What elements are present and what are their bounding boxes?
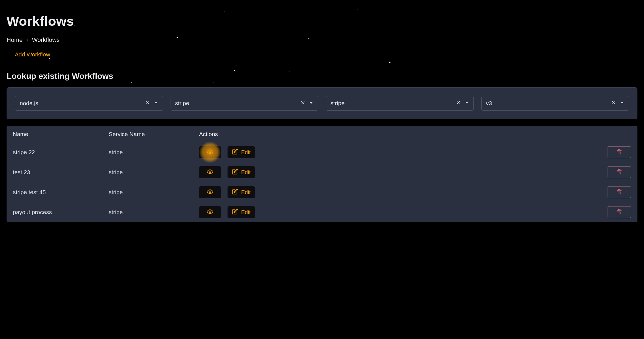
filter-value: stripe bbox=[175, 100, 189, 107]
section-title: Lookup existing Workflows bbox=[7, 71, 637, 81]
eye-icon bbox=[207, 208, 213, 216]
filter-combo-1[interactable]: stripe bbox=[171, 96, 318, 111]
star-decoration bbox=[296, 3, 296, 4]
cell-name: stripe 22 bbox=[13, 149, 109, 156]
clear-icon[interactable] bbox=[456, 100, 461, 107]
add-workflow-label: Add Workflow bbox=[15, 51, 50, 58]
column-header-actions: Actions bbox=[199, 131, 571, 137]
table-row: test 23 stripe Edit bbox=[7, 162, 637, 182]
filter-combo-0[interactable]: node.js bbox=[15, 96, 163, 111]
table-row: payout process stripe Edit bbox=[7, 202, 637, 222]
chevron-down-icon[interactable] bbox=[154, 100, 158, 107]
edit-label: Edit bbox=[241, 189, 251, 196]
cell-service: stripe bbox=[109, 209, 199, 216]
breadcrumb-home[interactable]: Home bbox=[7, 36, 23, 44]
edit-button[interactable]: Edit bbox=[228, 166, 255, 178]
cell-service: stripe bbox=[109, 189, 199, 196]
delete-button[interactable] bbox=[608, 206, 631, 218]
edit-button[interactable]: Edit bbox=[228, 146, 255, 158]
delete-button[interactable] bbox=[608, 166, 631, 178]
breadcrumb-separator-icon bbox=[27, 39, 28, 41]
trash-icon bbox=[617, 149, 622, 156]
star-decoration bbox=[357, 10, 358, 10]
edit-button[interactable]: Edit bbox=[228, 206, 255, 218]
view-button[interactable] bbox=[199, 146, 221, 158]
edit-icon bbox=[232, 209, 238, 216]
trash-icon bbox=[617, 209, 622, 216]
edit-icon bbox=[232, 189, 238, 196]
svg-point-12 bbox=[209, 191, 211, 193]
page-title: Workflows bbox=[7, 14, 637, 29]
plus-icon bbox=[7, 51, 12, 58]
table-row: stripe 22 stripe Edit bbox=[7, 142, 637, 162]
cell-name: payout process bbox=[13, 209, 109, 216]
filter-combo-2[interactable]: stripe bbox=[326, 96, 474, 111]
delete-button[interactable] bbox=[608, 146, 631, 158]
clear-icon[interactable] bbox=[145, 100, 150, 107]
edit-label: Edit bbox=[241, 149, 251, 156]
eye-icon bbox=[207, 168, 213, 176]
svg-point-10 bbox=[209, 151, 211, 153]
eye-icon bbox=[207, 148, 213, 156]
cell-service: stripe bbox=[109, 169, 199, 176]
table-header-row: Name Service Name Actions bbox=[7, 126, 637, 142]
table-row: stripe test 45 stripe Edit bbox=[7, 182, 637, 202]
edit-button[interactable]: Edit bbox=[228, 186, 255, 198]
filter-combo-3[interactable]: v3 bbox=[481, 96, 629, 111]
edit-label: Edit bbox=[241, 209, 251, 216]
edit-label: Edit bbox=[241, 169, 251, 176]
column-header-service: Service Name bbox=[109, 131, 199, 137]
svg-point-13 bbox=[209, 211, 211, 212]
breadcrumb-current: Workflows bbox=[32, 36, 60, 44]
eye-icon bbox=[207, 188, 213, 196]
view-button[interactable] bbox=[199, 166, 221, 178]
filter-value: v3 bbox=[486, 100, 492, 107]
filter-bar: node.js stripe stripe v3 bbox=[7, 87, 637, 119]
trash-icon bbox=[617, 189, 622, 196]
breadcrumb: Home Workflows bbox=[7, 36, 637, 44]
view-button[interactable] bbox=[199, 186, 221, 198]
add-workflow-button[interactable]: Add Workflow bbox=[7, 51, 50, 58]
star-decoration bbox=[225, 11, 225, 12]
filter-value: node.js bbox=[20, 100, 38, 107]
clear-icon[interactable] bbox=[300, 100, 305, 107]
cell-name: test 23 bbox=[13, 169, 109, 176]
delete-button[interactable] bbox=[608, 186, 631, 198]
view-button[interactable] bbox=[199, 206, 221, 218]
edit-icon bbox=[232, 169, 238, 176]
chevron-down-icon[interactable] bbox=[309, 100, 314, 107]
svg-point-11 bbox=[209, 171, 211, 173]
edit-icon bbox=[232, 149, 238, 156]
trash-icon bbox=[617, 169, 622, 176]
cell-name: stripe test 45 bbox=[13, 189, 109, 196]
column-header-name: Name bbox=[13, 131, 109, 137]
cell-service: stripe bbox=[109, 149, 199, 156]
chevron-down-icon[interactable] bbox=[620, 100, 624, 107]
clear-icon[interactable] bbox=[611, 100, 616, 107]
chevron-down-icon[interactable] bbox=[465, 100, 469, 107]
filter-value: stripe bbox=[330, 100, 344, 107]
workflows-table: Name Service Name Actions stripe 22 stri… bbox=[7, 126, 637, 222]
